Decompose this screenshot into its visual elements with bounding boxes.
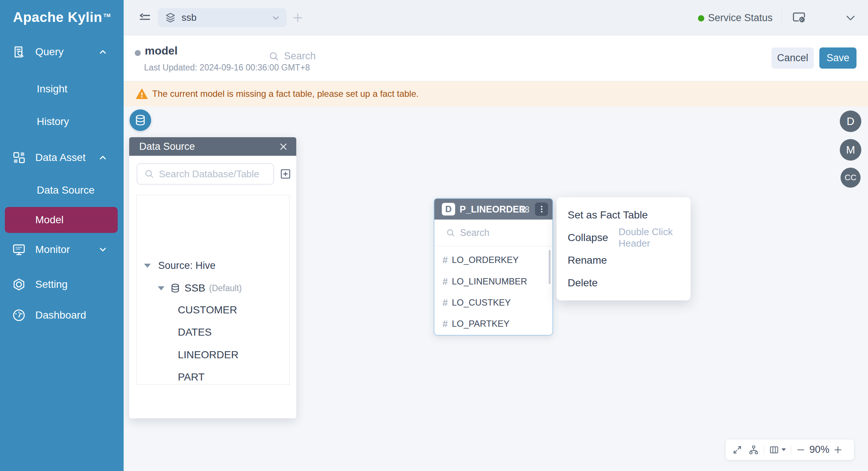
menu-item-set-fact-table[interactable]: Set as Fact Table <box>557 204 691 226</box>
dashboard-icon <box>11 307 27 323</box>
column-row[interactable]: # LO_PARTKEY <box>434 313 552 334</box>
project-selector[interactable]: ssb <box>158 8 287 27</box>
menu-item-delete[interactable]: Delete <box>557 271 691 294</box>
setting-icon <box>11 277 27 292</box>
table-card-search-input[interactable]: Search <box>434 220 552 246</box>
tree-table-row[interactable]: CUSTOMER <box>137 302 289 318</box>
database-icon <box>170 283 181 294</box>
sidebar-item-label: Query <box>35 46 63 58</box>
model-status-dot <box>135 50 141 56</box>
topbar-chevron-down-icon[interactable] <box>845 12 856 24</box>
tree-table-row[interactable]: LINEORDER <box>137 347 289 363</box>
sidebar-item-label: Model <box>35 214 63 226</box>
sidebar-item-dashboard[interactable]: Dashboard <box>0 304 124 327</box>
numeric-column-icon: # <box>440 297 450 308</box>
model-last-updated: Last Updated: 2024-09-16 00:36:00 GMT+8 <box>144 63 310 73</box>
model-canvas[interactable]: Data Source Search Database/Table <box>124 106 868 471</box>
table-card-header[interactable]: D P_LINEORDER 18 <box>434 199 552 220</box>
warning-text: The current model is missing a fact tabl… <box>152 89 419 99</box>
add-project-icon[interactable] <box>292 12 304 24</box>
column-row[interactable]: # LO_LINENUMBER <box>434 271 552 292</box>
system-settings-icon[interactable] <box>791 10 807 26</box>
fit-screen-icon[interactable] <box>732 445 743 455</box>
tree-database-suffix: (Default) <box>209 283 242 293</box>
view-columns-icon[interactable] <box>769 445 786 455</box>
sidebar-item-data-asset[interactable]: Data Asset <box>0 146 124 169</box>
tree-database-name: SSB <box>185 282 205 294</box>
sidebar-item-setting[interactable]: Setting <box>0 273 124 296</box>
collapse-sidebar-icon[interactable] <box>138 11 152 25</box>
sidebar-item-insight[interactable]: Insight <box>0 78 124 101</box>
sidebar-item-data-source[interactable]: Data Source <box>0 179 124 202</box>
avatar-m[interactable]: M <box>840 139 861 161</box>
search-icon <box>144 169 154 179</box>
column-row[interactable]: # LO_CUSTKEY <box>434 292 552 313</box>
menu-item-collapse[interactable]: Collapse Double Click Header <box>557 226 691 249</box>
sidebar-item-label: Insight <box>37 83 68 95</box>
save-button[interactable]: Save <box>819 47 856 69</box>
table-card-column-count: 18 <box>520 205 529 215</box>
sidebar-item-query[interactable]: Query <box>0 40 124 63</box>
close-icon[interactable] <box>279 142 288 151</box>
datasource-search-placeholder: Search Database/Table <box>159 168 259 180</box>
tree-source-label: Source: Hive <box>158 260 216 271</box>
avatar-cc[interactable]: CC <box>841 168 861 188</box>
chevron-down-icon <box>97 243 109 256</box>
search-icon <box>268 51 280 62</box>
app-logo: Apache KylinTM <box>13 10 111 25</box>
model-search-input[interactable]: Search <box>268 50 316 62</box>
card-scrollbar[interactable] <box>549 250 551 284</box>
service-status-dot <box>698 15 704 22</box>
datasource-tree: Source: Hive SSB (Default) <box>136 195 290 385</box>
warning-banner: The current model is missing a fact tabl… <box>124 81 868 106</box>
cancel-button[interactable]: Cancel <box>771 47 814 69</box>
warning-icon <box>136 88 148 99</box>
project-layers-icon <box>164 12 176 24</box>
sidebar: Apache KylinTM Query Insight History <box>0 0 124 471</box>
datasource-search-input[interactable]: Search Database/Table <box>137 163 274 185</box>
sidebar-item-monitor[interactable]: Monitor <box>0 238 124 261</box>
app-window: Apache KylinTM Query Insight History <box>0 0 868 471</box>
tree-node-source[interactable]: Source: Hive <box>137 257 289 274</box>
auto-layout-icon[interactable] <box>748 445 759 455</box>
datasource-fab-button[interactable] <box>130 109 151 131</box>
model-header: model Last Updated: 2024-09-16 00:36:00 … <box>124 36 868 81</box>
sidebar-item-history[interactable]: History <box>0 110 124 133</box>
data-asset-icon <box>11 150 27 165</box>
topbar-divider <box>781 9 782 26</box>
zoom-out-icon[interactable] <box>796 445 806 455</box>
chevron-up-icon <box>97 46 109 58</box>
zoom-in-icon[interactable] <box>833 445 843 455</box>
sidebar-item-model-active[interactable]: Model <box>5 207 118 233</box>
service-status-label[interactable]: Service Status <box>708 12 773 24</box>
caret-down-icon[interactable] <box>144 264 151 268</box>
column-row[interactable]: # LO_ORDERKEY <box>434 250 552 270</box>
caret-down-icon <box>781 448 786 451</box>
canvas-toolbar: 90% <box>726 439 854 460</box>
menu-item-collapse-hint: Double Click Header <box>619 226 691 249</box>
datasource-panel-title: Data Source <box>139 141 195 152</box>
toolbar-divider <box>764 445 764 455</box>
tree-node-database[interactable]: SSB (Default) <box>137 280 289 296</box>
model-title: model <box>145 45 177 57</box>
menu-item-rename[interactable]: Rename <box>557 249 691 271</box>
sidebar-item-label: History <box>37 116 69 128</box>
avatar-d[interactable]: D <box>840 111 861 132</box>
chevron-down-icon <box>271 13 281 23</box>
sidebar-item-label: Monitor <box>35 244 70 256</box>
table-card-title: P_LINEORDER <box>460 204 526 215</box>
toolbar-divider <box>791 445 791 455</box>
datasource-panel: Data Source Search Database/Table <box>129 137 296 418</box>
table-card-p-lineorder: D P_LINEORDER 18 Search # LO_ORDERKEY # … <box>434 198 553 336</box>
kebab-menu-icon[interactable] <box>535 202 548 216</box>
sidebar-item-label: Data Source <box>37 184 95 196</box>
numeric-column-icon: # <box>440 319 450 329</box>
tree-table-row[interactable]: DATES <box>137 324 289 340</box>
table-context-menu: Set as Fact Table Collapse Double Click … <box>557 197 691 300</box>
caret-down-icon[interactable] <box>158 286 164 290</box>
chevron-up-icon <box>97 151 109 164</box>
datasource-panel-header[interactable]: Data Source <box>129 137 296 156</box>
tree-table-row[interactable]: PART <box>137 369 289 385</box>
sidebar-item-label: Data Asset <box>35 152 85 164</box>
add-datasource-icon[interactable] <box>279 168 292 180</box>
